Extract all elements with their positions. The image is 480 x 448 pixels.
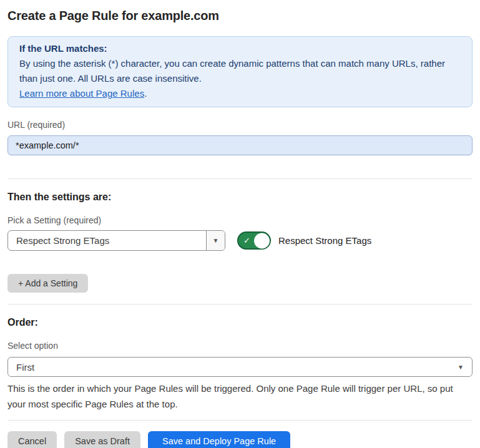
url-match-info-box: If the URL matches: By using the asteris…: [7, 36, 473, 107]
info-box-body: By using the asterisk (*) character, you…: [19, 56, 461, 86]
setting-select-value: Respect Strong ETags: [8, 235, 109, 246]
setting-select[interactable]: Respect Strong ETags ▼: [7, 230, 225, 251]
save-and-deploy-button[interactable]: Save and Deploy Page Rule: [148, 431, 290, 448]
etags-toggle-label: Respect Strong ETags: [278, 235, 371, 246]
link-period: .: [144, 88, 147, 99]
etags-toggle[interactable]: ✓: [237, 231, 271, 250]
url-field-label: URL (required): [7, 120, 473, 130]
setting-select-caret-button[interactable]: ▼: [206, 231, 225, 250]
order-help-text: This is the order in which your Page Rul…: [7, 381, 473, 412]
info-box-link-line: Learn more about Page Rules.: [19, 86, 461, 101]
order-select-label: Select option: [7, 341, 473, 351]
order-section-heading: Order:: [7, 317, 473, 328]
section-divider: [7, 304, 473, 304]
chevron-down-icon: ▼: [458, 364, 464, 371]
order-select[interactable]: First ▼: [7, 357, 473, 377]
order-select-value: First: [16, 362, 34, 373]
info-box-heading: If the URL matches:: [19, 41, 461, 56]
page-title: Create a Page Rule for example.com: [7, 9, 473, 23]
url-input[interactable]: [7, 135, 473, 155]
toggle-knob: [254, 233, 270, 248]
learn-more-link[interactable]: Learn more about Page Rules: [19, 88, 144, 99]
footer-actions: Cancel Save as Draft Save and Deploy Pag…: [7, 431, 473, 448]
section-divider: [7, 178, 473, 179]
settings-section-heading: Then the settings are:: [7, 192, 473, 203]
setting-picker-label: Pick a Setting (required): [7, 215, 473, 225]
create-page-rule-form: Create a Page Rule for example.com If th…: [0, 0, 480, 448]
save-as-draft-button[interactable]: Save as Draft: [64, 431, 140, 448]
cancel-button[interactable]: Cancel: [7, 431, 57, 448]
footer-divider: [7, 420, 473, 421]
setting-row: Respect Strong ETags ▼ ✓ Respect Strong …: [7, 230, 473, 251]
chevron-down-icon: ▼: [213, 237, 219, 244]
add-setting-button[interactable]: + Add a Setting: [7, 274, 88, 293]
check-icon: ✓: [243, 236, 250, 245]
